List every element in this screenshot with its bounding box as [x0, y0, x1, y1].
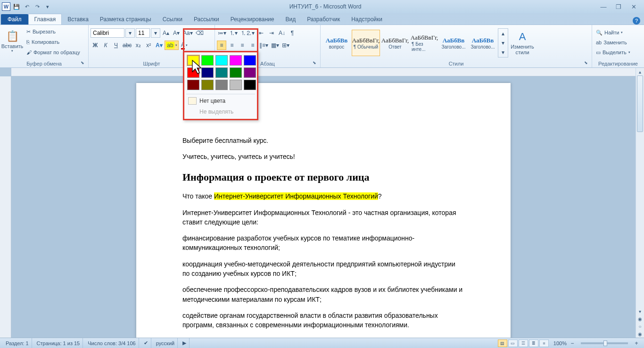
strike-button[interactable]: abc — [122, 41, 132, 50]
decrease-indent-button[interactable]: ⇤ — [256, 28, 266, 38]
highlight-swatch-black[interactable] — [244, 80, 256, 90]
select-button[interactable]: ▭Выделить▾ — [594, 48, 632, 57]
status-page[interactable]: Страница: 1 из 15 — [34, 338, 83, 348]
style-item-4[interactable]: АаБбВвЗаголово... — [439, 30, 468, 56]
tab-addins[interactable]: Надстройки — [346, 14, 388, 25]
find-button[interactable]: 🔍Найти▾ — [594, 28, 625, 37]
tab-developer[interactable]: Разработчик — [301, 14, 346, 25]
font-name-dd[interactable]: ▾ — [125, 28, 135, 38]
view-full-screen[interactable]: ▭ — [508, 340, 518, 347]
font-size-input[interactable]: 11 — [136, 28, 150, 38]
scroll-thumb[interactable] — [637, 75, 643, 132]
paste-button[interactable]: 📋 Вставить ▾ — [2, 26, 23, 57]
view-draft[interactable]: ≡ — [539, 340, 549, 347]
bullets-button[interactable]: ≔▾ — [217, 28, 227, 38]
increase-indent-button[interactable]: ⇥ — [267, 28, 276, 38]
numbering-button[interactable]: ⒈▾ — [228, 28, 239, 38]
bold-button[interactable]: Ж — [91, 41, 100, 50]
status-language[interactable]: русский — [153, 338, 178, 348]
style-item-1[interactable]: АаБбВвГг,¶ Обычный — [352, 30, 380, 56]
scroll-down-button[interactable]: ▾ — [636, 307, 644, 315]
styles-scroll-down[interactable]: ▾ — [498, 38, 508, 48]
styles-launcher[interactable]: ⬊ — [584, 60, 590, 66]
help-icon[interactable]: ? — [633, 17, 640, 25]
highlight-swatch-gray[interactable] — [215, 80, 228, 90]
style-item-0[interactable]: АаБбВввопрос — [322, 30, 351, 56]
justify-button[interactable]: ≡ — [248, 41, 257, 50]
document-page[interactable]: …для вас комфортом. Выберите бесплатный … — [136, 83, 511, 338]
style-item-3[interactable]: АаБбВвГг,¶ Без инте... — [410, 30, 438, 56]
horizontal-ruler[interactable] — [11, 68, 636, 76]
font-name-input[interactable]: Calibri — [91, 28, 124, 38]
highlight-swatch-purple[interactable] — [244, 67, 256, 78]
browse-object-button[interactable]: ○ — [636, 323, 644, 330]
style-item-5[interactable]: АаБбВвЗаголово... — [469, 30, 497, 56]
minimize-button[interactable]: — — [599, 3, 608, 10]
highlight-swatch-olive[interactable] — [201, 80, 214, 90]
view-web-layout[interactable]: ☰ — [519, 340, 528, 347]
vertical-scrollbar[interactable]: ▴ ▾ ◉ ○ ◉ — [636, 68, 644, 338]
highlight-swatch-maroon[interactable] — [187, 80, 199, 90]
change-case-button[interactable]: Aa▾ — [182, 28, 194, 38]
highlight-swatch-teal[interactable] — [215, 67, 228, 78]
cut-button[interactable]: ✂Вырезать — [25, 27, 82, 36]
highlight-swatch-magenta[interactable] — [230, 55, 242, 66]
view-outline[interactable]: ≣ — [529, 340, 538, 347]
scroll-up-button[interactable]: ▴ — [636, 68, 644, 75]
status-section[interactable]: Раздел: 1 — [3, 338, 32, 348]
shrink-font-button[interactable]: A▾ — [172, 28, 181, 38]
replace-button[interactable]: abЗаменить — [594, 38, 629, 47]
font-size-dd[interactable]: ▾ — [151, 28, 160, 38]
tab-home[interactable]: Главная — [28, 14, 62, 25]
status-macro-icon[interactable]: ▶ — [180, 338, 190, 348]
align-right-button[interactable]: ≡ — [238, 41, 247, 50]
paragraph-launcher[interactable]: ⬊ — [313, 60, 318, 66]
borders-button[interactable]: ⊞▾ — [281, 41, 290, 50]
tab-mailings[interactable]: Рассылки — [188, 14, 225, 25]
zoom-in-button[interactable]: + — [632, 339, 641, 348]
close-button[interactable]: ✕ — [629, 3, 638, 10]
highlight-swatch-red[interactable] — [187, 67, 199, 78]
zoom-slider[interactable] — [581, 342, 628, 344]
next-page-button[interactable]: ◉ — [636, 330, 644, 338]
tab-insert[interactable]: Вставка — [62, 14, 94, 25]
superscript-button[interactable]: x² — [144, 41, 153, 50]
multilevel-button[interactable]: ⒈⒉▾ — [239, 28, 256, 38]
file-tab[interactable]: Файл — [1, 14, 28, 25]
copy-button[interactable]: ⎘Копировать — [25, 37, 82, 47]
zoom-out-button[interactable]: − — [568, 339, 577, 348]
highlight-swatch-blue[interactable] — [244, 55, 256, 66]
view-print-layout[interactable]: ▤ — [498, 340, 507, 347]
highlight-swatch-darkgreen[interactable] — [230, 67, 242, 78]
highlight-swatch-green[interactable] — [201, 55, 214, 66]
vertical-ruler[interactable] — [0, 76, 11, 338]
tab-view[interactable]: Вид — [280, 14, 301, 25]
redo-icon[interactable]: ↷ — [33, 2, 41, 11]
qat-customize-icon[interactable]: ▾ — [43, 2, 52, 11]
align-left-button[interactable]: ≡ — [217, 41, 226, 50]
change-styles-button[interactable]: A Изменить стили — [509, 27, 536, 58]
tab-review[interactable]: Рецензирование — [225, 14, 280, 25]
highlight-swatch-darkblue[interactable] — [201, 67, 214, 78]
font-color-button[interactable]: A▾ — [180, 41, 189, 50]
text-effects-button[interactable]: A▾ — [154, 41, 164, 50]
restore-button[interactable]: ❐ — [614, 3, 623, 10]
grow-font-button[interactable]: A▴ — [161, 28, 171, 38]
styles-more[interactable]: ▾ — [498, 48, 508, 57]
shading-button[interactable]: ▦▾ — [270, 41, 280, 50]
style-item-2[interactable]: АаБбВвГг,Ответ — [381, 30, 409, 56]
show-marks-button[interactable]: ¶ — [288, 28, 297, 38]
align-center-button[interactable]: ≡ — [227, 41, 237, 50]
sort-button[interactable]: A↓ — [277, 28, 287, 38]
line-spacing-button[interactable]: ‖≡▾ — [258, 41, 269, 50]
styles-scroll-up[interactable]: ▴ — [498, 29, 508, 38]
zoom-knob[interactable] — [603, 340, 607, 346]
italic-button[interactable]: К — [101, 41, 110, 50]
zoom-level[interactable]: 100% — [553, 340, 567, 346]
clear-formatting-button[interactable]: ⌫ — [195, 28, 205, 38]
save-icon[interactable]: 💾 — [12, 2, 21, 11]
highlight-swatch-cyan[interactable] — [215, 55, 228, 66]
highlight-color-button[interactable]: ab▾ — [165, 41, 178, 50]
tab-page-layout[interactable]: Разметка страницы — [94, 14, 157, 25]
clipboard-launcher[interactable]: ⬊ — [81, 60, 86, 66]
